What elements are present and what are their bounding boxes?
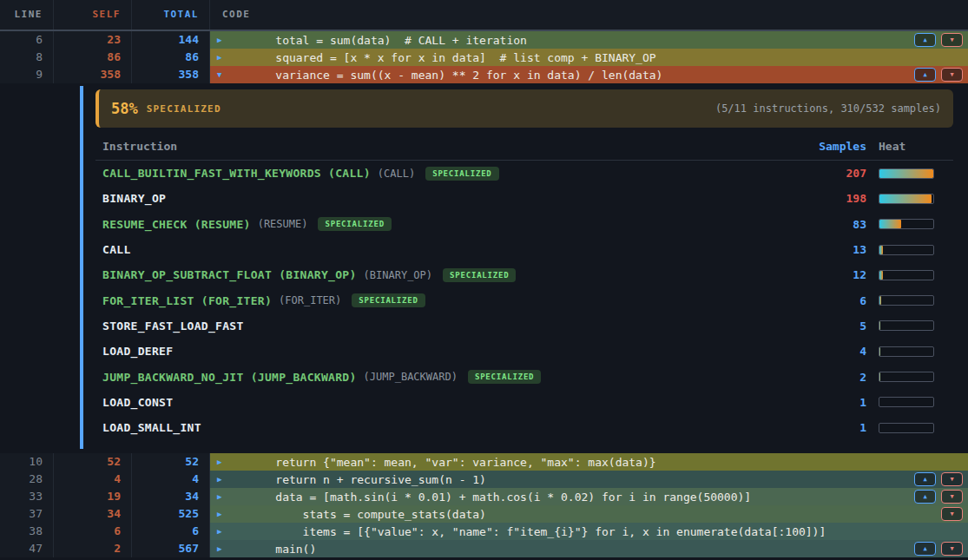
instruction-name-group: LOAD_DEREF xyxy=(95,345,806,358)
total-samples-cell: 144 xyxy=(132,31,210,49)
code-line-row[interactable]: 623144▶ total = sum(data) # CALL + itera… xyxy=(0,31,968,49)
column-header-line: LINE xyxy=(0,0,54,30)
column-header-instruction: Instruction xyxy=(95,140,806,153)
heat-bar-fill xyxy=(879,246,883,254)
heat-cell xyxy=(866,346,953,357)
heat-bar-track xyxy=(879,295,934,306)
move-down-button[interactable]: ▼ xyxy=(941,33,963,47)
total-samples-cell: 52 xyxy=(132,453,210,471)
self-samples-cell: 23 xyxy=(54,31,132,49)
heat-cell xyxy=(866,295,953,306)
samples-value: 4 xyxy=(806,345,866,358)
expand-arrow-icon[interactable]: ▶ xyxy=(217,53,229,62)
samples-value: 1 xyxy=(806,396,866,409)
heat-bar-track xyxy=(879,270,934,280)
total-samples-cell: 4 xyxy=(132,471,210,488)
row-actions: ▼ xyxy=(934,507,968,521)
instruction-name: RESUME_CHECK (RESUME) xyxy=(95,218,251,231)
heat-bar-fill xyxy=(879,321,880,330)
column-header-total: TOTAL xyxy=(132,0,210,30)
move-up-button[interactable]: ▲ xyxy=(914,472,936,486)
instruction-name: BINARY_OP xyxy=(95,192,166,205)
heat-cell xyxy=(866,194,953,204)
expand-arrow-icon[interactable]: ▶ xyxy=(217,492,229,501)
instruction-name: STORE_FAST_LOAD_FAST xyxy=(95,320,244,333)
expand-arrow-icon[interactable]: ▶ xyxy=(217,527,229,536)
column-header-samples: Samples xyxy=(806,140,866,153)
instruction-name-group: BINARY_OP xyxy=(95,192,806,205)
instruction-row: RESUME_CHECK (RESUME)(RESUME)SPECIALIZED… xyxy=(95,212,953,237)
base-opcode-label: (JUMP_BACKWARD) xyxy=(364,371,458,383)
line-number-cell: 8 xyxy=(0,49,54,66)
code-line-row[interactable]: 472567▶ main()▲▼ xyxy=(0,540,968,557)
base-opcode-label: (RESUME) xyxy=(258,218,308,230)
move-down-button[interactable]: ▼ xyxy=(941,472,963,486)
heat-cell xyxy=(866,245,953,255)
code-text: data = [math.sin(i * 0.01) + math.cos(i … xyxy=(248,491,751,504)
instruction-name-group: LOAD_SMALL_INT xyxy=(95,421,806,434)
heat-bar-fill xyxy=(879,169,933,178)
instruction-name-group: BINARY_OP_SUBTRACT_FLOAT (BINARY_OP)(BIN… xyxy=(95,268,806,282)
row-actions: ▲▼ xyxy=(907,33,968,47)
specialization-summary: (5/11 instructions, 310/532 samples) xyxy=(715,102,941,115)
code-line-row[interactable]: 88686▶ squared = [x * x for x in data] #… xyxy=(0,49,968,66)
heat-bar-fill xyxy=(879,296,881,305)
instruction-name-group: RESUME_CHECK (RESUME)(RESUME)SPECIALIZED xyxy=(95,217,806,231)
heat-cell xyxy=(866,219,953,229)
specialized-badge: SPECIALIZED xyxy=(352,293,425,307)
expand-arrow-icon[interactable]: ▶ xyxy=(217,458,229,466)
move-up-button[interactable]: ▲ xyxy=(914,490,936,504)
self-samples-cell: 4 xyxy=(54,471,132,488)
base-opcode-label: (FOR_ITER) xyxy=(279,294,341,306)
self-samples-cell: 52 xyxy=(54,453,132,471)
heat-bar-track xyxy=(879,245,934,255)
code-line-row[interactable]: 105252▶ return {"mean": mean, "var": var… xyxy=(0,453,968,471)
move-down-button[interactable]: ▼ xyxy=(941,490,963,504)
column-header-heat: Heat xyxy=(866,140,953,153)
code-cell: ▶ items = [{"value": x, "name": f"item_{… xyxy=(210,523,968,540)
code-line-row[interactable]: 9358358▼ variance = sum((x - mean) ** 2 … xyxy=(0,66,968,83)
base-opcode-label: (BINARY_OP) xyxy=(364,269,432,281)
instruction-name: JUMP_BACKWARD_NO_JIT (JUMP_BACKWARD) xyxy=(95,371,357,384)
move-down-button[interactable]: ▼ xyxy=(941,542,963,556)
instruction-row: LOAD_SMALL_INT1 xyxy=(95,415,953,440)
heat-bar-fill xyxy=(879,194,932,203)
expand-arrow-icon[interactable]: ▶ xyxy=(217,544,229,553)
row-actions: ▲▼ xyxy=(907,68,968,82)
line-number-cell: 28 xyxy=(0,471,54,488)
samples-value: 1 xyxy=(806,421,866,434)
move-down-button[interactable]: ▼ xyxy=(941,507,963,521)
code-line-row[interactable]: 2844▶ return n + recursive_sum(n - 1)▲▼ xyxy=(0,471,968,488)
profiler-view: LINE SELF TOTAL CODE 623144▶ total = sum… xyxy=(0,0,968,560)
heat-bar-track xyxy=(879,346,934,357)
instruction-name: LOAD_CONST xyxy=(95,396,173,409)
instruction-row: FOR_ITER_LIST (FOR_ITER)(FOR_ITER)SPECIA… xyxy=(95,287,953,313)
instruction-name-group: CALL xyxy=(95,243,806,256)
heat-bar-fill xyxy=(879,220,901,228)
code-line-row[interactable]: 3734525▶ stats = compute_stats(data)▼ xyxy=(0,505,968,523)
code-text: variance = sum((x - mean) ** 2 for x in … xyxy=(248,69,662,82)
collapse-arrow-icon[interactable]: ▼ xyxy=(217,70,229,79)
code-table-header: LINE SELF TOTAL CODE xyxy=(0,0,968,31)
heat-bar-track xyxy=(879,219,934,229)
move-up-button[interactable]: ▲ xyxy=(914,33,936,47)
line-number-cell: 6 xyxy=(0,31,54,49)
move-down-button[interactable]: ▼ xyxy=(941,68,963,82)
self-samples-cell: 358 xyxy=(54,66,132,83)
expand-arrow-icon[interactable]: ▶ xyxy=(217,475,229,484)
expand-arrow-icon[interactable]: ▶ xyxy=(217,36,229,44)
code-text: squared = [x * x for x in data] # list c… xyxy=(248,51,656,64)
code-line-row[interactable]: 3866▶ items = [{"value": x, "name": f"it… xyxy=(0,523,968,540)
move-up-button[interactable]: ▲ xyxy=(914,542,936,556)
specialized-badge: SPECIALIZED xyxy=(468,370,541,384)
expand-arrow-icon[interactable]: ▶ xyxy=(217,510,229,518)
code-text: return {"mean": mean, "var": variance, "… xyxy=(248,456,656,469)
row-actions: ▲▼ xyxy=(907,472,968,486)
total-samples-cell: 34 xyxy=(132,488,210,505)
specialized-badge: SPECIALIZED xyxy=(425,167,498,181)
heat-cell xyxy=(866,270,953,280)
move-up-button[interactable]: ▲ xyxy=(914,68,936,82)
code-line-row[interactable]: 331934▶ data = [math.sin(i * 0.01) + mat… xyxy=(0,488,968,505)
heat-cell xyxy=(866,320,953,331)
heat-bar-track xyxy=(879,168,934,179)
